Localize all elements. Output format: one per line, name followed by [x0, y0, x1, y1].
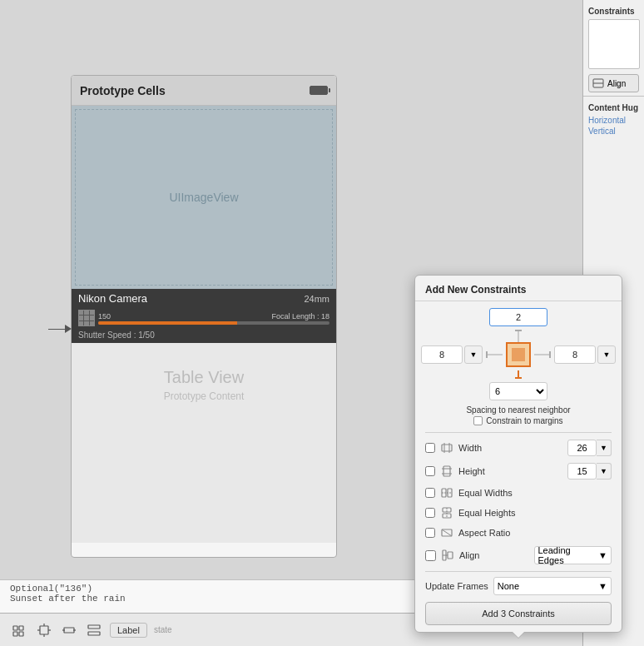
align-left-icon[interactable]	[10, 621, 28, 639]
svg-rect-37	[64, 628, 74, 633]
focal-label: Focal Length : 18	[271, 312, 329, 321]
equal-heights-checkbox[interactable]	[425, 508, 435, 518]
constraints-section: Constraints Align	[583, 0, 644, 97]
table-view-area: Table View Prototype Content	[72, 343, 336, 543]
camera-thumbnail	[78, 310, 95, 326]
stack-icon[interactable]	[85, 621, 103, 639]
center-box-inner	[512, 348, 525, 361]
left-dropdown[interactable]: ▼	[464, 345, 483, 364]
arrow-line	[48, 329, 65, 330]
aspect-ratio-row: Aspect Ratio	[425, 524, 612, 541]
constraints-panel-label: Constraints	[588, 7, 639, 16]
add-new-constraints-popup: Add New Constraints ▼	[414, 275, 622, 633]
bottom-spacing-select[interactable]: 6	[489, 382, 547, 400]
update-frames-row: Update Frames None ▼	[425, 571, 612, 599]
nav-title: Prototype Cells	[80, 84, 166, 97]
height-label: Height	[458, 466, 562, 476]
equal-heights-label: Equal Heights	[458, 508, 612, 518]
progress-container: 150 Focal Length : 18	[98, 312, 329, 325]
svg-rect-32	[40, 626, 48, 634]
progress-bar	[98, 321, 329, 325]
camera-name: Nikon Camera	[78, 292, 147, 305]
constrain-margins-checkbox[interactable]	[473, 416, 483, 425]
canvas-area: Prototype Cells UIImageView Nikon Camera…	[0, 0, 582, 646]
h-line-right	[534, 354, 551, 355]
height-dropdown[interactable]: ▼	[597, 463, 612, 480]
image-view-area: UIImageView	[72, 106, 336, 289]
svg-rect-30	[13, 632, 17, 636]
progress-row: 150 Focal Length : 18	[72, 308, 336, 330]
constrain-margins-row: Constrain to margins	[425, 416, 612, 425]
label-badge: Label	[110, 623, 147, 638]
update-frames-dropdown[interactable]: None ▼	[493, 577, 612, 595]
svg-rect-26	[448, 552, 453, 559]
shutter-info: Shutter Speed : 1/50	[72, 330, 336, 343]
aspect-ratio-icon	[440, 526, 453, 539]
progress-bar-fill	[98, 321, 237, 325]
constrain-margins-label: Constrain to margins	[486, 416, 562, 425]
add-constraints-button[interactable]: Add 3 Constraints	[425, 602, 612, 625]
update-frames-chevron-icon: ▼	[598, 581, 607, 591]
svg-rect-41	[88, 632, 100, 635]
constraints-box	[588, 19, 640, 69]
navigation-bar: Prototype Cells	[72, 76, 336, 106]
svg-rect-28	[13, 626, 17, 630]
resize-icon[interactable]	[60, 621, 78, 639]
height-checkbox[interactable]	[425, 466, 435, 476]
width-checkbox[interactable]	[425, 443, 435, 453]
equal-widths-checkbox[interactable]	[425, 488, 435, 498]
right-spacing-input[interactable]	[554, 345, 596, 364]
v-line-top	[518, 330, 519, 342]
align-row: Align Leading Edges ▼	[425, 544, 612, 566]
top-input-row	[489, 308, 547, 326]
device-container: Prototype Cells UIImageView Nikon Camera…	[71, 75, 337, 574]
width-label: Width	[458, 443, 562, 453]
height-icon	[440, 465, 453, 478]
table-view-label: Table View	[164, 368, 244, 387]
state-text: state	[154, 625, 172, 634]
height-value-input[interactable]	[567, 463, 597, 480]
svg-rect-31	[19, 632, 23, 636]
arrow-indicator	[48, 325, 72, 333]
top-spacing-input[interactable]	[489, 308, 547, 326]
shutter-label: Shutter Speed : 1/50	[78, 330, 155, 340]
equal-widths-row: Equal Widths	[425, 484, 612, 501]
svg-rect-40	[88, 625, 100, 629]
prototype-content-label: Prototype Content	[164, 390, 245, 402]
svg-rect-14	[443, 466, 450, 476]
align-dropdown[interactable]: Leading Edges ▼	[534, 546, 612, 564]
device-frame: Prototype Cells UIImageView Nikon Camera…	[71, 75, 337, 558]
camera-info-row: Nikon Camera 24mm	[72, 289, 336, 308]
left-input-wrapper: ▼	[421, 345, 483, 364]
left-spacing-input[interactable]	[421, 345, 463, 364]
svg-line-24	[442, 529, 452, 536]
v-line-bottom	[518, 370, 519, 379]
height-row: Height ▼	[425, 461, 612, 481]
aspect-ratio-checkbox[interactable]	[425, 528, 435, 538]
align-label: Align	[459, 550, 529, 560]
svg-rect-11	[442, 445, 452, 451]
width-dropdown[interactable]: ▼	[597, 440, 612, 456]
center-box	[506, 342, 531, 367]
equal-heights-row: Equal Heights	[425, 504, 612, 521]
equal-widths-label: Equal Widths	[458, 488, 612, 498]
right-dropdown[interactable]: ▼	[597, 345, 616, 364]
aspect-ratio-label: Aspect Ratio	[458, 528, 612, 538]
pin-icon[interactable]	[35, 621, 53, 639]
width-value-group: ▼	[567, 440, 612, 456]
middle-row: ▼ ▼	[421, 342, 616, 367]
content-hug-section: Content Hug Horizontal Vertical	[583, 97, 644, 144]
height-value-group: ▼	[567, 463, 612, 480]
width-icon	[440, 441, 453, 455]
update-frames-value: None	[498, 581, 519, 591]
horizontal-hug: Horizontal	[588, 116, 639, 125]
svg-rect-29	[19, 626, 23, 630]
align-checkbox[interactable]	[425, 550, 436, 561]
equal-widths-icon	[440, 486, 453, 499]
spacing-diagram: ▼ ▼	[425, 308, 612, 400]
image-view-label: UIImageView	[169, 191, 238, 204]
width-value-input[interactable]	[567, 440, 597, 456]
battery-icon	[310, 86, 328, 95]
align-panel-button[interactable]: Align	[588, 74, 639, 92]
popup-title: Add New Constraints	[415, 276, 622, 301]
